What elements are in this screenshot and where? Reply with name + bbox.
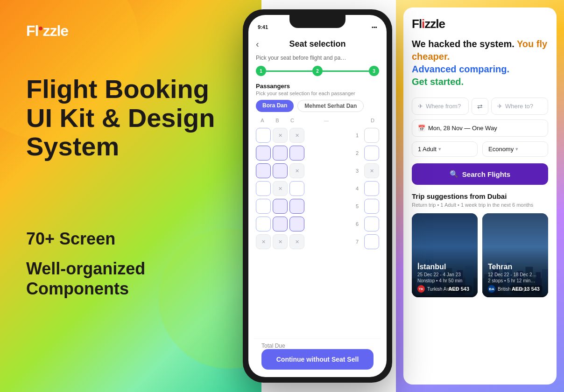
adults-text: 1 Adult [418, 146, 437, 153]
where-to-field[interactable]: ✈ Where to? [491, 98, 548, 115]
seat-1C: ✕ [289, 128, 304, 143]
seat-5B[interactable] [273, 199, 288, 214]
tehran-dates: 12 Dec 22 - 18 Dec 2… [488, 272, 543, 277]
phone-notch [289, 15, 345, 28]
hero-line1: Flight Booking [26, 74, 209, 104]
passenger-tab-2[interactable]: Mehmet Serhat Dan [297, 100, 364, 112]
swap-button[interactable]: ⇄ [472, 98, 488, 115]
phone-content: Pick your seat before flight and pa… 1 2… [248, 51, 387, 253]
table-row: 2 [256, 146, 379, 161]
seat-2B[interactable] [273, 146, 288, 161]
phone-nav: ‹ Seat selection [248, 35, 387, 51]
seat-5D[interactable] [364, 199, 379, 214]
tagline-normal: We hacked the system. [412, 39, 515, 49]
class-field[interactable]: Economy ▾ [482, 141, 548, 157]
right-panel: Flizzle We hacked the system. You fly ch… [396, 0, 564, 392]
seat-3D: ✕ [364, 163, 379, 178]
hero-tagline: We hacked the system. You fly cheaper. A… [412, 38, 548, 88]
progress-step-1: 1 [256, 66, 266, 76]
seat-2C[interactable] [289, 146, 304, 161]
plane-from-icon: ✈ [418, 103, 423, 110]
stat-components-line2: Components [26, 279, 129, 298]
seat-3A[interactable] [256, 163, 271, 178]
phone-screen: 9:41 ▪▪▪ ‹ Seat selection Pick your seat… [248, 15, 387, 377]
dest-card-istanbul[interactable]: İstanbul 25 Dec 22 - 4 Jan 23 Nonstop • … [412, 213, 478, 297]
passenger-tab-1[interactable]: Bora Dan [256, 100, 294, 112]
phone-frame: 9:41 ▪▪▪ ‹ Seat selection Pick your seat… [243, 9, 392, 383]
stat-components-line1: Well-organized [26, 259, 145, 278]
seat-2A[interactable] [256, 146, 271, 161]
tagline-blue: Advanced comparing. [412, 64, 509, 74]
dest-card-tehran[interactable]: Tehran 12 Dec 22 - 18 Dec 2… 2 stops • 5… [482, 213, 548, 297]
istanbul-flight-info: Nonstop • 4 hr 50 min [417, 278, 472, 283]
calendar-icon: 📅 [418, 125, 425, 132]
seat-2D[interactable] [364, 146, 379, 161]
plane-to-icon: ✈ [497, 103, 502, 110]
tehran-name: Tehran [488, 263, 543, 271]
stat-screens: 70+ Screen [26, 229, 145, 249]
tagline-green: Get started. [412, 77, 464, 87]
istanbul-price: AED 543 [445, 285, 472, 293]
search-flights-button[interactable]: 🔍 Search Flights [412, 163, 548, 185]
table-row: 5 [256, 199, 379, 214]
logo-text: Flzzle [26, 22, 68, 40]
progress-step-3: 3 [369, 66, 379, 76]
seat-7C: ✕ [289, 234, 304, 249]
destination-cards: İstanbul 25 Dec 22 - 4 Jan 23 Nonstop • … [412, 213, 548, 297]
seat-5A[interactable] [256, 199, 271, 214]
options-row: 1 Adult ▾ Economy ▾ [412, 141, 548, 157]
adults-field[interactable]: 1 Adult ▾ [412, 141, 478, 157]
seat-4A[interactable] [256, 181, 271, 196]
seat-7D[interactable] [364, 234, 379, 249]
total-label: Total Due [261, 343, 374, 349]
search-flights-label: Search Flights [462, 170, 510, 178]
seat-6A[interactable] [256, 217, 271, 231]
search-from-to-row: ✈ Where from? ⇄ ✈ Where to? [412, 98, 548, 115]
progress-line-1 [266, 70, 312, 72]
turkish-airlines-logo: TK [417, 285, 425, 293]
suggestions-sub: Return trip • 1 Adult • 1 week trip in t… [412, 202, 548, 208]
status-icons: ▪▪▪ [372, 24, 377, 30]
class-chevron-icon: ▾ [515, 146, 518, 152]
stats-section: 70+ Screen Well-organized Components [26, 229, 145, 308]
passengers-label: Passangers [256, 83, 379, 90]
where-to-text: Where to? [505, 103, 533, 110]
table-row: ✕ 4 [256, 181, 379, 196]
tehran-flight-info: 2 stops • 5 hr 12 min… [488, 278, 543, 283]
seat-1A[interactable] [256, 128, 271, 143]
seat-6B[interactable] [273, 217, 288, 231]
flizzle-logo: Flizzle [412, 17, 548, 31]
where-from-field[interactable]: ✈ Where from? [412, 98, 469, 115]
table-row: ✕ ✕ ✕ 7 [256, 234, 379, 249]
continue-without-seat-button[interactable]: Continue without Seat Sell [261, 349, 374, 370]
date-field[interactable]: 📅 Mon, 28 Nov — One Way [412, 119, 548, 137]
hero-title: Flight Booking UI Kit & Design System [26, 75, 232, 161]
seat-1D[interactable] [364, 128, 379, 143]
seat-6C[interactable] [289, 217, 304, 231]
back-button[interactable]: ‹ [256, 39, 259, 49]
class-text: Economy [488, 146, 514, 153]
table-row: ✕ 3 ✕ [256, 163, 379, 178]
seat-7B: ✕ [273, 234, 288, 249]
seat-col-headers: A B C — D [256, 118, 379, 123]
passenger-tabs: Bora Dan Mehmet Serhat Dan [256, 100, 379, 112]
seat-7A: ✕ [256, 234, 271, 249]
seat-6D[interactable] [364, 217, 379, 231]
tehran-price: AED 13 543 [509, 285, 543, 293]
logo: Flzzle [26, 22, 68, 40]
seat-3C: ✕ [289, 163, 304, 178]
seat-3B[interactable] [273, 163, 288, 178]
hero-line3: System [26, 132, 119, 161]
screen-title: Seat selection [289, 39, 345, 49]
seat-4C[interactable] [289, 181, 304, 196]
left-panel: Flzzle Flight Booking UI Kit & Design Sy… [0, 0, 261, 392]
stat-components: Well-organized Components [26, 259, 145, 299]
date-text: Mon, 28 Nov — One Way [428, 125, 497, 132]
seat-grid: ✕ ✕ 1 2 [256, 128, 379, 249]
seat-5C[interactable] [289, 199, 304, 214]
search-icon: 🔍 [450, 170, 458, 178]
passengers-sub: Pick your seat selection for each passan… [256, 91, 379, 96]
progress-line-2 [323, 70, 369, 72]
seat-subtitle: Pick your seat before flight and pa… [256, 55, 379, 61]
seat-4D[interactable] [364, 181, 379, 196]
